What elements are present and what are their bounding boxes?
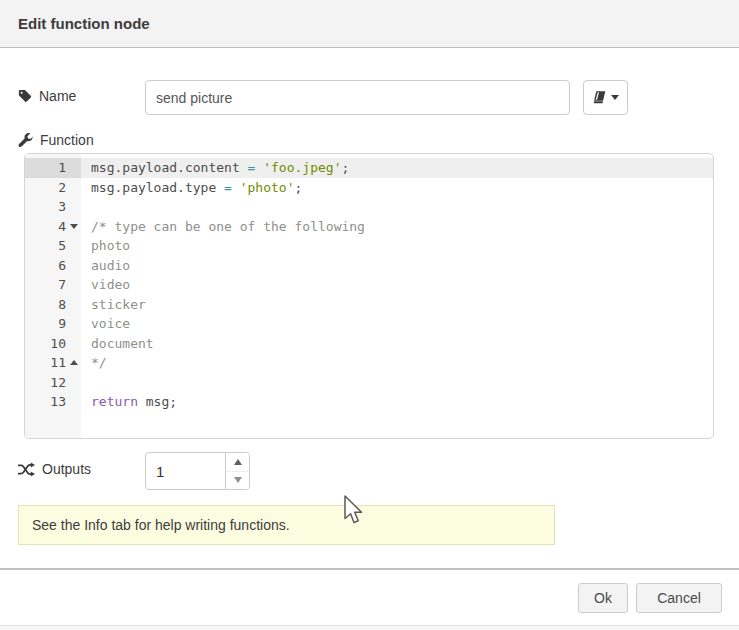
dialog-header: Edit function node: [0, 0, 739, 48]
library-button[interactable]: [583, 80, 628, 115]
outputs-input[interactable]: [146, 453, 225, 489]
line-number: 7: [25, 275, 81, 295]
fold-up-icon[interactable]: [66, 360, 78, 365]
code-text: audio: [81, 256, 130, 276]
code-line-10[interactable]: 10document: [25, 334, 713, 354]
code-text: photo: [81, 236, 130, 256]
editor-lines: 1msg.payload.content = 'foo.jpeg';2msg.p…: [25, 158, 713, 412]
line-number: 8: [25, 295, 81, 315]
info-tip: See the Info tab for help writing functi…: [18, 505, 555, 545]
outputs-spinner: [145, 452, 250, 490]
code-editor[interactable]: 1msg.payload.content = 'foo.jpeg';2msg.p…: [24, 153, 714, 439]
code-text: voice: [81, 314, 130, 334]
code-line-5[interactable]: 5photo: [25, 236, 713, 256]
code-line-11[interactable]: 11*/: [25, 353, 713, 373]
code-line-13[interactable]: 13return msg;: [25, 392, 713, 412]
info-tip-text: See the Info tab for help writing functi…: [32, 517, 290, 533]
code-text: [81, 197, 91, 217]
wrench-icon: [18, 133, 33, 148]
outputs-label: Outputs: [18, 461, 91, 477]
code-line-8[interactable]: 8sticker: [25, 295, 713, 315]
name-label-text: Name: [39, 88, 76, 104]
code-line-9[interactable]: 9voice: [25, 314, 713, 334]
code-text: document: [81, 334, 154, 354]
code-line-4[interactable]: 4/* type can be one of the following: [25, 217, 713, 237]
code-text: /* type can be one of the following: [81, 217, 365, 237]
code-text: msg.payload.type = 'photo';: [81, 178, 302, 198]
line-number: 10: [25, 334, 81, 354]
code-text: sticker: [81, 295, 146, 315]
line-number: 9: [25, 314, 81, 334]
function-label-text: Function: [40, 132, 94, 148]
footer-divider: [0, 568, 739, 570]
line-number: 3: [25, 197, 81, 217]
code-text: [81, 373, 91, 393]
fold-down-icon[interactable]: [66, 224, 78, 229]
ok-button[interactable]: Ok: [578, 583, 628, 613]
code-line-2[interactable]: 2msg.payload.type = 'photo';: [25, 178, 713, 198]
code-text: */: [81, 353, 107, 373]
code-line-7[interactable]: 7video: [25, 275, 713, 295]
function-label: Function: [18, 132, 94, 148]
bottom-strip: [0, 625, 739, 630]
code-line-6[interactable]: 6audio: [25, 256, 713, 276]
line-number: 5: [25, 236, 81, 256]
name-input[interactable]: [145, 80, 570, 115]
tag-icon: [18, 89, 32, 103]
code-text: msg.payload.content = 'foo.jpeg';: [81, 158, 349, 178]
shuffle-icon: [18, 462, 35, 477]
line-number: 4: [25, 217, 81, 237]
code-text: return msg;: [81, 392, 177, 412]
line-number: 1: [25, 158, 81, 178]
line-number: 11: [25, 353, 81, 373]
line-number: 2: [25, 178, 81, 198]
cancel-button[interactable]: Cancel: [636, 583, 722, 613]
line-number: 6: [25, 256, 81, 276]
spinner-buttons: [225, 453, 249, 489]
code-text: video: [81, 275, 130, 295]
line-number: 13: [25, 392, 81, 412]
code-line-12[interactable]: 12: [25, 373, 713, 393]
edit-function-dialog: Edit function node Name Function: [0, 0, 739, 630]
spinner-down-icon[interactable]: [226, 472, 249, 490]
code-line-3[interactable]: 3: [25, 197, 713, 217]
book-icon: [592, 90, 607, 105]
name-label: Name: [18, 88, 76, 104]
line-number: 12: [25, 373, 81, 393]
code-line-1[interactable]: 1msg.payload.content = 'foo.jpeg';: [25, 158, 713, 178]
outputs-label-text: Outputs: [42, 461, 91, 477]
spinner-up-icon[interactable]: [226, 453, 249, 472]
caret-down-icon: [611, 95, 619, 100]
dialog-title: Edit function node: [18, 15, 150, 32]
